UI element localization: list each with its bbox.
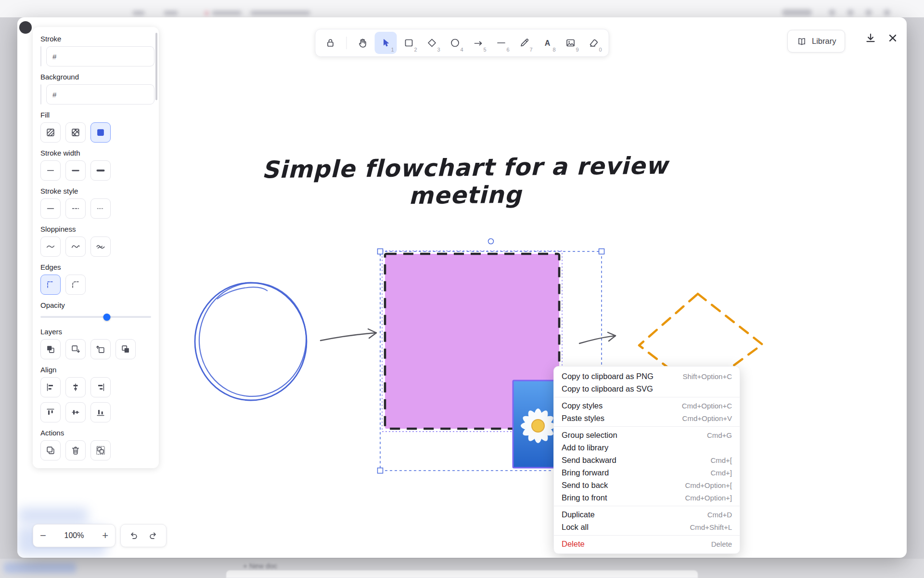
- eraser-tool-button[interactable]: 0: [583, 32, 605, 54]
- tool-badge: 1: [391, 47, 394, 53]
- canvas-title-text[interactable]: Simple flowchart for a review meeting: [244, 152, 687, 190]
- align-left-button[interactable]: [40, 377, 61, 397]
- zoom-controls: − 100% +: [33, 524, 116, 547]
- align-right-button[interactable]: [90, 377, 111, 397]
- ellipse-tool-button[interactable]: 4: [444, 32, 466, 54]
- sloppiness-cartoonist-button[interactable]: [90, 236, 111, 257]
- stroke-label: Stroke: [40, 35, 151, 43]
- menu-item-send-to-back[interactable]: Send to back Cmd+Option+[: [554, 479, 740, 491]
- menu-item-label: Delete: [562, 539, 585, 549]
- menu-item-paste-styles[interactable]: Paste styles Cmd+Option+V: [554, 412, 740, 424]
- solid-fill-icon: [95, 127, 106, 138]
- send-backward-button[interactable]: [65, 339, 86, 359]
- diamond-tool-button[interactable]: 3: [421, 32, 443, 54]
- rectangle-tool-button[interactable]: 2: [398, 32, 420, 54]
- hand-tool-button[interactable]: [352, 32, 374, 54]
- close-button[interactable]: [886, 32, 899, 44]
- tool-badge: 4: [460, 47, 463, 53]
- stroke-hex-input[interactable]: [46, 46, 154, 66]
- selection-handle-bottom-left[interactable]: [378, 468, 383, 473]
- redo-button[interactable]: [145, 527, 162, 544]
- image-tool-button[interactable]: 9: [560, 32, 582, 54]
- menu-item-send-backward[interactable]: Send backward Cmd+[: [554, 454, 740, 466]
- menu-item-duplicate[interactable]: Duplicate Cmd+D: [554, 508, 740, 521]
- library-button[interactable]: Library: [787, 30, 845, 53]
- delete-button[interactable]: [65, 440, 86, 460]
- duplicate-button[interactable]: [40, 440, 61, 460]
- group-selection-button[interactable]: [90, 440, 111, 460]
- fill-solid-button[interactable]: [90, 122, 111, 143]
- align-center-horizontal-icon: [70, 382, 81, 393]
- menu-item-label: Send to back: [562, 481, 608, 490]
- arrow-connector-left[interactable]: [321, 329, 376, 341]
- text-tool-button[interactable]: A 8: [537, 32, 559, 54]
- menu-item-copy-png[interactable]: Copy to clipboard as PNG Shift+Option+C: [554, 370, 740, 382]
- bring-to-front-button[interactable]: [116, 339, 136, 359]
- background-hex-input[interactable]: [46, 84, 154, 105]
- sloppiness-architect-button[interactable]: [40, 236, 61, 257]
- send-backward-icon: [70, 344, 81, 355]
- menu-divider: [554, 397, 740, 397]
- library-book-icon: [796, 36, 807, 47]
- align-bottom-button[interactable]: [90, 402, 111, 422]
- menu-item-bring-forward[interactable]: Bring forward Cmd+]: [554, 466, 740, 479]
- lock-tool-button[interactable]: [320, 32, 342, 54]
- stroke-color-swatch[interactable]: [40, 46, 41, 66]
- bring-forward-button[interactable]: [90, 339, 111, 359]
- hachure-icon: [45, 127, 56, 138]
- stroke-style-dotted-button[interactable]: [90, 198, 111, 219]
- download-button[interactable]: [864, 32, 877, 44]
- blurred-background-element: [782, 9, 812, 16]
- selection-tool-button[interactable]: 1: [375, 32, 397, 54]
- menu-item-lock-all[interactable]: Lock all Cmd+Shift+L: [554, 521, 740, 533]
- selection-handle-top-left[interactable]: [378, 249, 383, 254]
- undo-button[interactable]: [125, 527, 142, 544]
- menu-item-label: Duplicate: [562, 510, 595, 519]
- rotation-handle[interactable]: [488, 239, 494, 244]
- menu-item-add-to-library[interactable]: Add to library: [554, 441, 740, 454]
- zoom-out-button[interactable]: −: [40, 530, 46, 541]
- ellipse-shape[interactable]: [193, 277, 311, 402]
- cursor-icon: [380, 37, 392, 49]
- sloppiness-artist-button[interactable]: [65, 236, 86, 257]
- menu-item-shortcut: Cmd+D: [707, 511, 732, 519]
- stroke-style-solid-button[interactable]: [40, 198, 61, 219]
- opacity-slider-knob[interactable]: [103, 314, 111, 321]
- tool-badge: 2: [414, 47, 417, 53]
- line-tool-button[interactable]: 6: [490, 32, 513, 54]
- rectangle-icon: [403, 37, 415, 49]
- menu-item-bring-to-front[interactable]: Bring to front Cmd+Option+]: [554, 491, 740, 504]
- stroke-width-extrabold-button[interactable]: [90, 160, 111, 181]
- menu-item-delete[interactable]: Delete Delete: [554, 538, 740, 550]
- draw-tool-button[interactable]: 7: [513, 32, 536, 54]
- fill-hachure-button[interactable]: [40, 122, 61, 143]
- menu-item-label: Group selection: [562, 431, 617, 440]
- align-center-horizontal-button[interactable]: [65, 377, 86, 397]
- ellipse-icon: [449, 37, 461, 49]
- align-center-vertical-button[interactable]: [65, 402, 86, 422]
- send-to-back-button[interactable]: [40, 339, 61, 359]
- stroke-width-bold-button[interactable]: [65, 160, 86, 181]
- background-color-swatch[interactable]: [40, 84, 41, 105]
- opacity-slider[interactable]: [40, 313, 151, 321]
- stroke-style-dashed-button[interactable]: [65, 198, 86, 219]
- stroke-style-label: Stroke style: [40, 187, 151, 195]
- stroke-width-label: Stroke width: [40, 149, 151, 157]
- stroke-width-thin-button[interactable]: [40, 160, 61, 181]
- fill-label: Fill: [40, 111, 151, 119]
- menu-item-copy-styles[interactable]: Copy styles Cmd+Option+C: [554, 399, 740, 412]
- menu-item-shortcut: Cmd+]: [710, 469, 732, 477]
- menu-item-copy-svg[interactable]: Copy to clipboard as SVG: [554, 382, 740, 395]
- zoom-in-button[interactable]: +: [102, 530, 108, 541]
- fill-crosshatch-button[interactable]: [65, 122, 86, 143]
- edges-sharp-button[interactable]: [40, 275, 61, 295]
- edges-round-button[interactable]: [65, 275, 86, 295]
- blurred-background-element: [205, 11, 209, 15]
- zoom-level[interactable]: 100%: [64, 531, 84, 540]
- selection-handle-top-right[interactable]: [599, 249, 604, 254]
- menu-item-group-selection[interactable]: Group selection Cmd+G: [554, 429, 740, 441]
- arrow-tool-button[interactable]: 5: [467, 32, 489, 54]
- align-top-button[interactable]: [40, 402, 61, 422]
- text-icon: A: [542, 37, 553, 49]
- arrow-connector-right[interactable]: [579, 332, 616, 343]
